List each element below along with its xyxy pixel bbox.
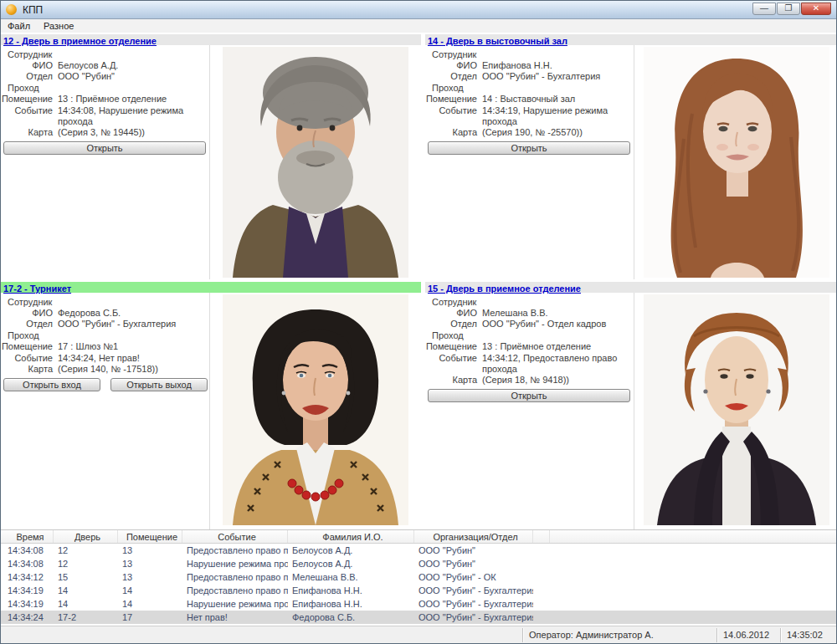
dept-label: Отдел bbox=[1, 319, 53, 330]
col-header-time[interactable]: Время bbox=[1, 530, 54, 543]
minimize-button[interactable]: — bbox=[752, 3, 776, 15]
cell-org: ООО "Рубин" - Бухгалтерия bbox=[414, 599, 533, 609]
col-header-room[interactable]: Помещение bbox=[118, 530, 182, 543]
cell-door: 14 bbox=[54, 599, 118, 609]
room-label: Помещение bbox=[1, 94, 53, 105]
status-empty-segment bbox=[1, 626, 522, 643]
room-value: 13 : Приёмное отделение bbox=[58, 94, 209, 105]
fio-label: ФИО bbox=[425, 308, 477, 319]
status-operator: Оператор: Администратор А. bbox=[522, 628, 716, 642]
cell-room: 13 bbox=[118, 572, 182, 582]
cell-time: 14:34:12 bbox=[1, 572, 54, 582]
room-label: Помещение bbox=[425, 341, 477, 352]
dept-value: ООО "Рубин" - Бухгалтерия bbox=[58, 319, 209, 330]
fio-value: Белоусов А.Д. bbox=[58, 60, 209, 71]
col-header-name[interactable]: Фамилия И.О. bbox=[288, 530, 414, 543]
open-door-14-button[interactable]: Открыть bbox=[428, 141, 630, 155]
status-date: 14.06.2012 bbox=[716, 628, 780, 642]
card-value: (Серия 18, № 9418)) bbox=[482, 375, 634, 386]
room-label: Помещение bbox=[1, 341, 53, 352]
cell-event: Нарушение режима прохода bbox=[182, 599, 288, 609]
door-15-header: 15 - Дверь в приемное отделение bbox=[425, 282, 837, 293]
cell-event: Предоставлено право прохода bbox=[182, 585, 288, 595]
open-exit-button[interactable]: Открыть выход bbox=[110, 378, 208, 391]
dept-value: ООО "Рубин" - Отдел кадров bbox=[482, 319, 634, 330]
event-value: 14:34:24, Нет прав! bbox=[58, 353, 209, 364]
employee-photo-fedorova bbox=[223, 294, 408, 525]
cell-org: ООО "Рубин" - ОК bbox=[414, 572, 533, 582]
col-header-door[interactable]: Дверь bbox=[54, 530, 118, 543]
menu-bar: Файл Разное bbox=[1, 19, 836, 33]
table-row[interactable]: 14:34:19 14 14 Предоставлено право прохо… bbox=[1, 584, 837, 597]
table-row[interactable]: 14:34:19 14 14 Нарушение режима прохода … bbox=[1, 597, 837, 611]
door-14-info: Сотрудник ФИОЕпифанова Н.Н. ОтделООО "Ру… bbox=[425, 45, 634, 279]
open-door-15-button[interactable]: Открыть bbox=[428, 389, 630, 402]
cell-room: 14 bbox=[118, 585, 182, 595]
room-value: 14 : Выставочный зал bbox=[482, 94, 634, 105]
card-label: Карта bbox=[1, 127, 53, 138]
cell-time: 14:34:08 bbox=[1, 545, 54, 555]
table-row[interactable]: 14:34:12 15 13 Предоставлено право прохо… bbox=[1, 570, 837, 584]
door-12-info: Сотрудник ФИОБелоусов А.Д. ОтделООО "Руб… bbox=[1, 45, 209, 279]
cell-event: Предоставлено право прохода bbox=[182, 572, 288, 582]
menu-file[interactable]: Файл bbox=[1, 20, 37, 32]
cell-name: Федорова С.Б. bbox=[288, 612, 414, 622]
photo-area bbox=[210, 45, 421, 279]
fio-value: Епифанова Н.Н. bbox=[482, 60, 634, 71]
dept-label: Отдел bbox=[1, 71, 53, 82]
window-controls: — ❐ ✕ bbox=[752, 1, 836, 18]
event-value: 14:34:08, Нарушение режима прохода bbox=[58, 105, 209, 127]
cell-org: ООО "Рубин" - Бухгалтерия bbox=[414, 585, 533, 595]
open-door-12-button[interactable]: Открыть bbox=[3, 141, 206, 155]
turnstile-17-2-header: 17-2 - Турникет bbox=[1, 282, 421, 293]
cell-org: ООО "Рубин" bbox=[414, 545, 533, 555]
table-row[interactable]: 14:34:08 12 13 Нарушение режима прохода … bbox=[1, 557, 837, 570]
cell-room: 14 bbox=[118, 599, 182, 609]
col-header-org[interactable]: Организация/Отдел bbox=[414, 530, 533, 543]
menu-misc[interactable]: Разное bbox=[37, 20, 80, 32]
cell-org: ООО "Рубин" - Бухгалтерия bbox=[414, 612, 533, 622]
pass-section-label: Проход bbox=[1, 82, 209, 94]
card-value: (Серия 3, № 19445)) bbox=[58, 127, 209, 138]
cell-room: 17 bbox=[118, 612, 182, 622]
open-entry-button[interactable]: Открыть вход bbox=[3, 378, 100, 391]
status-bar: Оператор: Администратор А. 14.06.2012 14… bbox=[1, 626, 836, 643]
room-value: 17 : Шлюз №1 bbox=[58, 341, 209, 352]
cell-name: Мелешана В.В. bbox=[288, 572, 414, 582]
employee-photo-epifanova bbox=[644, 47, 829, 278]
pass-section-label: Проход bbox=[425, 330, 634, 341]
cell-door: 12 bbox=[54, 545, 118, 555]
cell-name: Белоусов А.Д. bbox=[288, 559, 414, 569]
dept-value: ООО "Рубин" bbox=[58, 71, 209, 82]
employee-section-label: Сотрудник bbox=[1, 296, 209, 308]
event-label: Событие bbox=[425, 353, 477, 375]
col-header-event[interactable]: Событие bbox=[182, 530, 288, 543]
close-button[interactable]: ✕ bbox=[801, 3, 831, 15]
restore-button[interactable]: ❐ bbox=[777, 3, 800, 15]
cell-room: 13 bbox=[118, 545, 182, 555]
photo-area bbox=[634, 293, 837, 529]
cell-time: 14:34:08 bbox=[1, 559, 54, 569]
employee-photo-meleshana bbox=[644, 294, 829, 525]
table-header: Время Дверь Помещение Событие Фамилия И.… bbox=[1, 529, 837, 544]
door-15-info: Сотрудник ФИОМелешана В.В. ОтделООО "Руб… bbox=[425, 293, 634, 529]
table-row-selected[interactable]: 14:34:24 17-2 17 Нет прав! Федорова С.Б.… bbox=[1, 611, 837, 624]
employee-section-label: Сотрудник bbox=[425, 296, 634, 308]
app-window: КПП — ❐ ✕ Файл Разное 12 - Дверь в прием… bbox=[0, 0, 837, 644]
card-label: Карта bbox=[425, 127, 477, 138]
employee-section-label: Сотрудник bbox=[1, 49, 209, 60]
cell-door: 12 bbox=[54, 559, 118, 569]
card-value: (Серия 140, № -17518)) bbox=[58, 364, 209, 375]
title-bar: КПП — ❐ ✕ bbox=[1, 1, 836, 19]
cell-name: Белоусов А.Д. bbox=[288, 545, 414, 555]
cell-name: Епифанова Н.Н. bbox=[288, 599, 414, 609]
door-12-header: 12 - Дверь в приемное отделение bbox=[1, 34, 421, 45]
door-panel-15: 15 - Дверь в приемное отделение Сотрудни… bbox=[425, 282, 837, 529]
event-label: Событие bbox=[1, 353, 53, 364]
status-time: 14:35:02 bbox=[780, 628, 836, 642]
fio-label: ФИО bbox=[1, 308, 53, 319]
table-row[interactable]: 14:34:08 12 13 Предоставлено право прохо… bbox=[1, 544, 837, 557]
event-label: Событие bbox=[425, 105, 477, 127]
photo-area bbox=[210, 293, 421, 529]
fio-label: ФИО bbox=[1, 60, 53, 71]
